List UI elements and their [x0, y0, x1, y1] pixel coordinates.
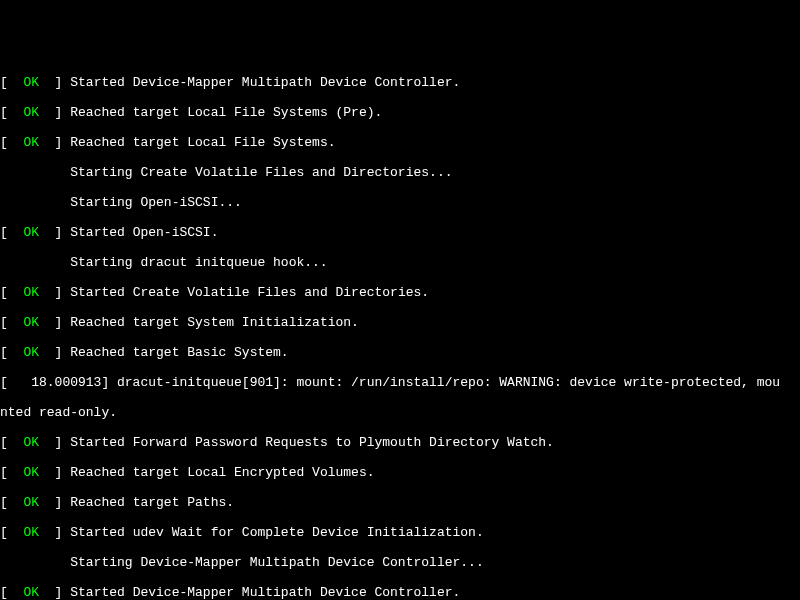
- boot-msg: Reached target Local Encrypted Volumes.: [70, 465, 374, 480]
- boot-line: [ OK ] Reached target Local File Systems…: [0, 135, 800, 150]
- boot-msg: Started Create Volatile Files and Direct…: [70, 285, 429, 300]
- boot-line: Starting Device-Mapper Multipath Device …: [0, 555, 800, 570]
- boot-msg: Started Device-Mapper Multipath Device C…: [70, 585, 460, 600]
- status-ok: OK: [23, 525, 39, 540]
- status-ok: OK: [23, 315, 39, 330]
- status-ok: OK: [23, 585, 39, 600]
- status-ok: OK: [23, 465, 39, 480]
- boot-line: [ OK ] Started Open-iSCSI.: [0, 225, 800, 240]
- boot-line: [ OK ] Reached target System Initializat…: [0, 315, 800, 330]
- boot-msg: Starting Open-iSCSI...: [70, 195, 242, 210]
- boot-msg: Reached target System Initialization.: [70, 315, 359, 330]
- boot-line: Starting Open-iSCSI...: [0, 195, 800, 210]
- boot-line: [ OK ] Reached target Basic System.: [0, 345, 800, 360]
- boot-line: [ OK ] Reached target Local Encrypted Vo…: [0, 465, 800, 480]
- status-ok: OK: [23, 285, 39, 300]
- boot-msg: Reached target Basic System.: [70, 345, 288, 360]
- boot-console: [ OK ] Started Device-Mapper Multipath D…: [0, 60, 800, 600]
- status-ok: OK: [23, 75, 39, 90]
- boot-msg: Started udev Wait for Complete Device In…: [70, 525, 483, 540]
- boot-msg: Reached target Local File Systems (Pre).: [70, 105, 382, 120]
- boot-msg: Starting Device-Mapper Multipath Device …: [70, 555, 483, 570]
- boot-msg: Starting Create Volatile Files and Direc…: [70, 165, 452, 180]
- status-ok: OK: [23, 495, 39, 510]
- boot-line: [ 18.000913] dracut-initqueue[901]: moun…: [0, 375, 800, 390]
- status-ok: OK: [23, 345, 39, 360]
- status-ok: OK: [23, 435, 39, 450]
- boot-line: [ OK ] Started Device-Mapper Multipath D…: [0, 585, 800, 600]
- boot-msg: Started Open-iSCSI.: [70, 225, 218, 240]
- boot-line: [ OK ] Started Device-Mapper Multipath D…: [0, 75, 800, 90]
- boot-line: nted read-only.: [0, 405, 800, 420]
- boot-line: [ OK ] Started Create Volatile Files and…: [0, 285, 800, 300]
- boot-msg: Started Forward Password Requests to Ply…: [70, 435, 554, 450]
- boot-msg: [ 18.000913] dracut-initqueue[901]: moun…: [0, 375, 780, 390]
- boot-line: Starting Create Volatile Files and Direc…: [0, 165, 800, 180]
- boot-msg: Reached target Paths.: [70, 495, 234, 510]
- boot-line: [ OK ] Started Forward Password Requests…: [0, 435, 800, 450]
- boot-msg: Reached target Local File Systems.: [70, 135, 335, 150]
- boot-msg: Starting dracut initqueue hook...: [70, 255, 327, 270]
- boot-line: [ OK ] Started udev Wait for Complete De…: [0, 525, 800, 540]
- status-ok: OK: [23, 105, 39, 120]
- boot-msg: nted read-only.: [0, 405, 117, 420]
- status-ok: OK: [23, 225, 39, 240]
- boot-line: [ OK ] Reached target Paths.: [0, 495, 800, 510]
- boot-line: Starting dracut initqueue hook...: [0, 255, 800, 270]
- status-ok: OK: [23, 135, 39, 150]
- boot-msg: Started Device-Mapper Multipath Device C…: [70, 75, 460, 90]
- boot-line: [ OK ] Reached target Local File Systems…: [0, 105, 800, 120]
